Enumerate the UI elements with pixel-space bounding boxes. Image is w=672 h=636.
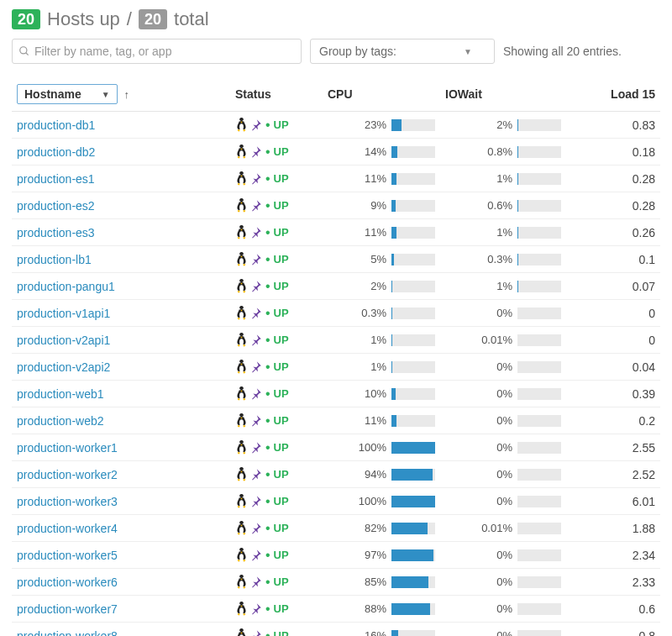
cpu-value: 88% (349, 602, 386, 615)
host-link[interactable]: production-worker1 (17, 441, 118, 455)
svg-point-4 (239, 124, 244, 129)
svg-point-48 (243, 523, 244, 525)
group-by-select[interactable]: Group by tags: ▼ (310, 39, 495, 64)
status-column-header[interactable]: Status (230, 79, 323, 112)
iowait-bar (517, 361, 561, 373)
iowait-bar (517, 549, 561, 561)
cpu-column-header[interactable]: CPU (323, 79, 440, 112)
pin-icon (249, 549, 262, 561)
hostname-column-label: Hostname (24, 87, 81, 101)
cpu-bar (391, 442, 435, 454)
load15-value: 0.1 (639, 253, 655, 266)
svg-point-46 (239, 500, 244, 506)
svg-point-28 (239, 339, 244, 344)
iowait-bar (517, 334, 561, 346)
linux-icon (235, 602, 248, 616)
linux-icon (235, 198, 248, 213)
table-row: production-es1•UP11%1%0.28 (12, 166, 660, 192)
host-link[interactable]: production-es1 (17, 172, 95, 186)
iowait-bar (517, 173, 561, 185)
status-text: UP (274, 253, 289, 265)
status-dot-icon: • (265, 145, 270, 159)
linux-icon (235, 225, 248, 239)
cpu-value: 85% (349, 576, 386, 588)
hostname-column-select[interactable]: Hostname ▼ (17, 84, 118, 104)
linux-icon (235, 306, 248, 320)
host-link[interactable]: production-v2api1 (17, 334, 110, 347)
sort-asc-icon[interactable]: ↑ (123, 88, 129, 101)
pin-icon (249, 199, 262, 212)
svg-point-12 (243, 201, 244, 202)
cpu-bar (391, 173, 435, 185)
host-link[interactable]: production-lb1 (17, 253, 92, 266)
linux-icon (235, 386, 248, 401)
load15-value: 0.2 (639, 414, 655, 428)
pin-icon (249, 280, 262, 292)
cpu-bar (391, 523, 435, 534)
pin-icon (249, 602, 262, 615)
host-link[interactable]: production-v2api2 (17, 360, 110, 374)
cpu-value: 9% (349, 199, 386, 212)
iowait-value: 0% (475, 360, 512, 373)
filter-input[interactable] (12, 39, 302, 64)
cpu-value: 11% (349, 226, 386, 239)
cpu-bar (391, 227, 435, 239)
status-dot-icon: • (265, 495, 270, 508)
host-link[interactable]: production-db1 (17, 118, 95, 132)
status-text: UP (274, 360, 289, 373)
cpu-value: 11% (349, 172, 386, 185)
status-dot-icon: • (265, 172, 270, 186)
svg-point-20 (239, 281, 240, 283)
status-dot-icon: • (265, 522, 270, 535)
table-row: production-worker5•UP97%0%2.34 (12, 542, 660, 569)
host-link[interactable]: production-es2 (17, 199, 95, 213)
host-link[interactable]: production-worker3 (17, 495, 118, 508)
status-text: UP (274, 118, 289, 131)
linux-icon (235, 521, 248, 535)
host-link[interactable]: production-worker2 (17, 468, 118, 481)
status-dot-icon: • (265, 226, 270, 239)
host-link[interactable]: production-v1api1 (17, 307, 110, 320)
table-row: production-db2•UP14%0.8%0.18 (12, 139, 660, 166)
host-link[interactable]: production-worker8 (17, 629, 118, 637)
cpu-value: 1% (349, 334, 386, 346)
load15-value: 0.6 (639, 602, 655, 616)
hosts-summary: 20 Hosts up / 20 total (12, 8, 660, 30)
iowait-value: 0% (475, 441, 512, 454)
host-link[interactable]: production-es3 (17, 226, 95, 239)
host-link[interactable]: production-web1 (17, 387, 104, 401)
iowait-bar (517, 523, 561, 534)
cpu-value: 10% (349, 387, 386, 400)
svg-point-56 (239, 604, 240, 606)
svg-point-52 (239, 554, 244, 560)
status-text: UP (274, 307, 289, 319)
iowait-value: 0% (475, 468, 512, 481)
controls-row: Group by tags: ▼ Showing all 20 entries. (12, 39, 660, 64)
cpu-bar (391, 496, 435, 507)
cpu-value: 14% (349, 145, 386, 158)
status-text: UP (274, 629, 289, 636)
host-link[interactable]: production-pangu1 (17, 280, 115, 293)
table-row: production-worker1•UP100%0%2.55 (12, 434, 660, 461)
host-link[interactable]: production-db2 (17, 145, 95, 159)
cpu-value: 1% (349, 360, 386, 373)
status-dot-icon: • (265, 387, 270, 401)
host-link[interactable]: production-worker6 (17, 576, 118, 589)
iowait-value: 1% (475, 172, 512, 185)
svg-point-42 (243, 470, 244, 471)
iowait-value: 0% (475, 576, 512, 588)
host-link[interactable]: production-worker7 (17, 602, 118, 616)
svg-point-21 (243, 281, 244, 283)
table-row: production-v2api1•UP1%0.01%0 (12, 327, 660, 354)
load15-column-header[interactable]: Load 15 (566, 79, 660, 112)
status-text: UP (274, 172, 289, 185)
host-link[interactable]: production-worker4 (17, 522, 118, 535)
host-link[interactable]: production-web2 (17, 414, 104, 428)
cpu-value: 5% (349, 253, 386, 265)
host-link[interactable]: production-worker5 (17, 549, 118, 562)
group-by-label: Group by tags: (319, 45, 396, 58)
pin-icon (249, 629, 262, 636)
load15-value: 2.52 (633, 468, 655, 481)
svg-point-10 (239, 177, 244, 183)
iowait-column-header[interactable]: IOWait (440, 79, 566, 112)
